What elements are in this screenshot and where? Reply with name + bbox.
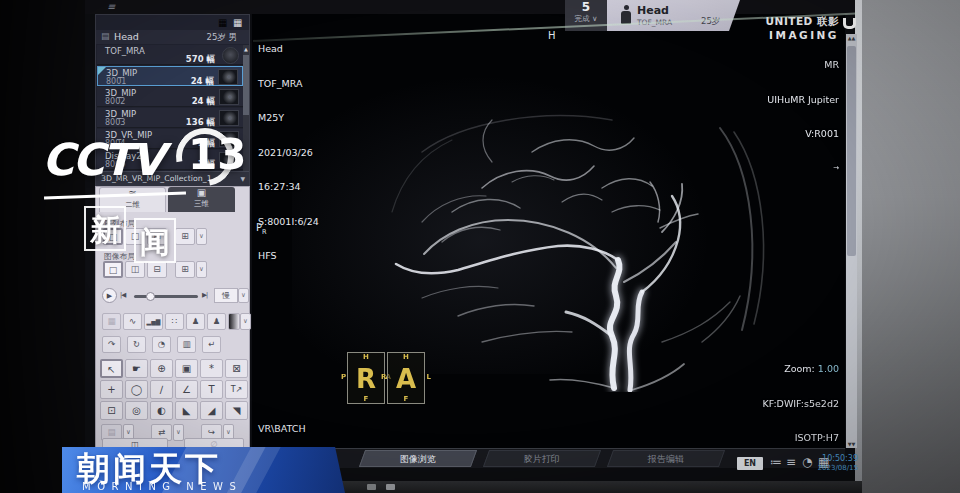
chevron-down-icon: ∨ [592, 14, 598, 23]
enhance-tool-button[interactable]: * [200, 359, 223, 378]
gradient-lut-button[interactable] [228, 313, 240, 330]
patient-row[interactable]: ▤ Head 25岁 男 [96, 30, 249, 44]
united-imaging-u-icon [843, 18, 856, 29]
histogram-tool-button[interactable]: ▂▅▇ [144, 313, 163, 330]
tv-frame: ≡ 5 完成 ∨ Head TOF_MRA 25岁 UNITED 联影 IMAG… [0, 0, 960, 493]
magnify-box-button[interactable]: ⊡ [100, 401, 123, 420]
series-thumbnail [222, 47, 239, 64]
compare-tool-button[interactable]: ∷ [165, 313, 184, 330]
mra-brain-image [362, 92, 802, 392]
clock-button[interactable]: ◔ [152, 336, 171, 353]
app-menu-icon[interactable]: ≡ [107, 1, 115, 12]
body-marker-button[interactable]: ♟ [186, 313, 205, 330]
rotate-flip-button[interactable]: ◥ [225, 401, 248, 420]
lut-caret-button[interactable]: ∨ [240, 313, 251, 330]
scroll-down-double-icon[interactable]: ▼▼ [846, 441, 857, 447]
pointer-tool-button[interactable]: ↖ [100, 359, 123, 378]
series-number: 8002 [105, 97, 125, 106]
text-arrow-button[interactable]: T↗ [225, 380, 248, 399]
crosshair-tool-button[interactable]: + [100, 380, 123, 399]
return-button[interactable]: ↵ [202, 336, 221, 353]
viewport-scrollbar[interactable]: ▲▲ ▼▼ [846, 34, 857, 448]
header-step-tab[interactable]: 5 完成 ∨ [565, 0, 607, 31]
grid-view-icon-active[interactable]: ▦ [218, 17, 227, 28]
undo-rotate-button[interactable]: ↷ [102, 336, 121, 353]
series-count: 24 幅 [192, 96, 215, 108]
series-thumbnail [218, 69, 238, 85]
orientation-cube-left[interactable]: R H F P A [347, 352, 385, 404]
cine-strip-button[interactable]: ▥ [177, 336, 196, 353]
curve-tool-button[interactable]: ∿ [123, 313, 142, 330]
overlay-bottom-right: Zoom: 1.00 KF:DWIF:s5e2d2 ISOTP:H7 SP:R6… [739, 340, 839, 448]
taskbar: EN ≔ ≡ ◔ ▦ 10:50:39 2023/08/15 [728, 452, 858, 480]
ellipse-roi-button[interactable]: ◯ [125, 380, 148, 399]
series-count: 570 幅 [186, 54, 215, 66]
cctv-tag-xin: 新 [84, 206, 126, 251]
system-time: 10:50:39 [814, 454, 858, 463]
skip-forward-icon[interactable]: ▶| [202, 291, 207, 299]
pan-hand-button[interactable]: ☛ [125, 359, 148, 378]
morning-news-logo: 朝闻天下 MORNING NEWS [62, 447, 345, 493]
cctv-tag-wen: 闻 [134, 218, 176, 263]
scroll-up-icon[interactable]: ▲ [243, 45, 249, 53]
patient-header-tab[interactable]: Head TOF_MRA 25岁 [607, 0, 740, 31]
flip-vertical-button[interactable]: ◢ [200, 401, 223, 420]
cctv-channel-number: 13 [188, 130, 246, 179]
delete-tool-button[interactable]: ⊠ [225, 359, 248, 378]
text-annotation-button[interactable]: T [200, 380, 223, 399]
overlay-top-right: MR UIHuMR Jupiter V:R001 → [767, 36, 839, 197]
step-label: 完成 [575, 14, 590, 23]
flip-horizontal-button[interactable]: ◣ [175, 401, 198, 420]
viewport-scroll-thumb[interactable] [847, 46, 856, 256]
browser-scroll-thumb[interactable] [243, 55, 249, 115]
patient-name: Head [637, 4, 669, 17]
series-item[interactable]: TOF_MRA 570 幅 [97, 45, 243, 65]
series-item-selected[interactable]: 3D_MIP 8001 24 幅 [97, 66, 243, 86]
grid-view-icon[interactable]: ▦ [233, 17, 242, 28]
play-button[interactable]: ▶ [102, 288, 117, 303]
scroll-up-double-icon[interactable]: ▲▲ [846, 35, 857, 41]
magnifier-button[interactable]: ◎ [125, 401, 148, 420]
series-item[interactable]: 3D_MIP 8002 24 幅 [97, 87, 243, 107]
list-icon[interactable]: ≡ [786, 455, 796, 469]
bezel-mark [367, 484, 376, 490]
language-indicator[interactable]: EN [737, 457, 763, 470]
zoom-tool-button[interactable]: ⊕ [150, 359, 173, 378]
program-title-en: MORNING NEWS [82, 481, 242, 492]
transfer-caret-button[interactable]: ∨ [173, 424, 184, 441]
image-viewport[interactable]: H PR Head TOF_MRA M25Y 2021/03/26 16:27:… [252, 14, 845, 448]
cine-slider-thumb[interactable] [146, 292, 155, 301]
cctv-underline [44, 192, 186, 200]
overlay-top-left: Head TOF_MRA M25Y 2021/03/26 16:27:34 S:… [258, 20, 319, 285]
patient-icon [621, 5, 631, 25]
tab-film-print[interactable]: 胶片打印 [483, 450, 601, 467]
body-range-button[interactable]: ♟ [207, 313, 226, 330]
patient-age-sex: 25岁 男 [206, 32, 237, 44]
monitor-bezel-right [862, 0, 960, 493]
speed-select[interactable]: 慢 [214, 288, 238, 303]
orientation-cube-right[interactable]: A H F R L [387, 352, 425, 404]
skip-back-icon[interactable]: |◀ [120, 291, 125, 299]
series-thumbnail [219, 89, 239, 105]
orientation-top-marker: H [548, 30, 556, 41]
cine-slider[interactable] [134, 295, 198, 298]
series-number: 8001 [106, 77, 126, 86]
tab-image-browse[interactable]: 图像浏览 [359, 450, 477, 467]
tab-report-edit[interactable]: 报告编辑 [607, 450, 725, 467]
system-date: 2023/08/15 [810, 464, 858, 472]
patient-age: 25岁 [701, 16, 720, 28]
series-name: TOF_MRA [105, 46, 145, 56]
keyboard-icon[interactable]: ≔ [770, 455, 782, 469]
overlay-bottom-left: VR\BATCH Coil:tHL;tHU gre_tof_fM Custome… [258, 400, 316, 448]
loop-button[interactable]: ↻ [127, 336, 146, 353]
tool-blocked-button: ▦ [102, 313, 121, 330]
patient-folder-icon: ▤ [101, 31, 110, 41]
line-measure-button[interactable]: ∕ [150, 380, 173, 399]
series-count-badge: 5 [565, 0, 607, 14]
window-tool-button[interactable]: ▣ [175, 359, 198, 378]
angle-measure-button[interactable]: ∠ [175, 380, 198, 399]
app-top-strip [85, 0, 855, 14]
cctv-13-logo: CCTV 13 新 闻 [36, 120, 266, 270]
speed-select-caret[interactable]: ∨ [238, 288, 249, 303]
invert-contrast-button[interactable]: ◐ [150, 401, 173, 420]
